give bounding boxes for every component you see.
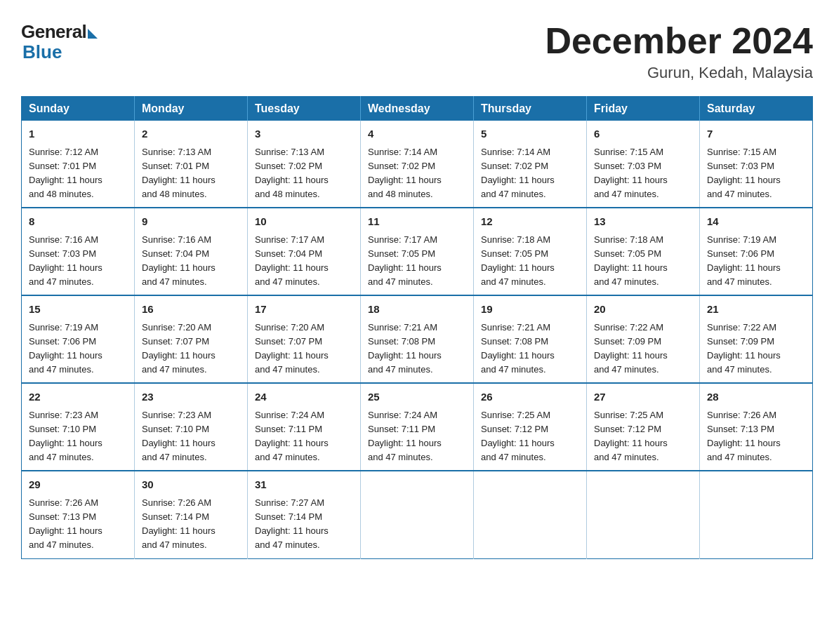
day-number: 26 — [481, 389, 579, 405]
day-number: 3 — [255, 126, 353, 142]
table-row: 14 Sunrise: 7:19 AMSunset: 7:06 PMDaylig… — [700, 208, 813, 295]
day-info: Sunrise: 7:20 AMSunset: 7:07 PMDaylight:… — [142, 322, 216, 375]
calendar-table: SundayMondayTuesdayWednesdayThursdayFrid… — [21, 96, 813, 558]
table-row: 4 Sunrise: 7:14 AMSunset: 7:02 PMDayligh… — [361, 121, 474, 208]
weekday-header-saturday: Saturday — [700, 97, 813, 121]
day-number: 22 — [29, 389, 127, 405]
day-info: Sunrise: 7:14 AMSunset: 7:02 PMDaylight:… — [368, 147, 442, 199]
table-row: 28 Sunrise: 7:26 AMSunset: 7:13 PMDaylig… — [700, 383, 813, 471]
day-number: 19 — [481, 302, 579, 318]
day-number: 24 — [255, 389, 353, 405]
day-info: Sunrise: 7:13 AMSunset: 7:01 PMDaylight:… — [142, 147, 216, 199]
table-row — [587, 471, 700, 558]
table-row — [361, 471, 474, 558]
logo-triangle-icon — [88, 29, 98, 39]
table-row: 27 Sunrise: 7:25 AMSunset: 7:12 PMDaylig… — [587, 383, 700, 471]
day-number: 10 — [255, 214, 353, 230]
day-info: Sunrise: 7:15 AMSunset: 7:03 PMDaylight:… — [594, 147, 668, 199]
day-info: Sunrise: 7:20 AMSunset: 7:07 PMDaylight:… — [255, 322, 329, 375]
table-row: 5 Sunrise: 7:14 AMSunset: 7:02 PMDayligh… — [474, 121, 587, 208]
table-row: 11 Sunrise: 7:17 AMSunset: 7:05 PMDaylig… — [361, 208, 474, 295]
day-number: 23 — [142, 389, 240, 405]
table-row: 24 Sunrise: 7:24 AMSunset: 7:11 PMDaylig… — [248, 383, 361, 471]
table-row: 29 Sunrise: 7:26 AMSunset: 7:13 PMDaylig… — [22, 471, 135, 558]
day-info: Sunrise: 7:17 AMSunset: 7:05 PMDaylight:… — [368, 234, 442, 287]
day-info: Sunrise: 7:13 AMSunset: 7:02 PMDaylight:… — [255, 147, 329, 199]
weekday-header-wednesday: Wednesday — [361, 97, 474, 121]
day-info: Sunrise: 7:15 AMSunset: 7:03 PMDaylight:… — [707, 147, 781, 199]
table-row: 30 Sunrise: 7:26 AMSunset: 7:14 PMDaylig… — [135, 471, 248, 558]
table-row — [700, 471, 813, 558]
table-row: 22 Sunrise: 7:23 AMSunset: 7:10 PMDaylig… — [22, 383, 135, 471]
table-row: 9 Sunrise: 7:16 AMSunset: 7:04 PMDayligh… — [135, 208, 248, 295]
day-number: 25 — [368, 389, 466, 405]
week-row-2: 8 Sunrise: 7:16 AMSunset: 7:03 PMDayligh… — [22, 208, 813, 295]
table-row: 17 Sunrise: 7:20 AMSunset: 7:07 PMDaylig… — [248, 295, 361, 383]
table-row: 31 Sunrise: 7:27 AMSunset: 7:14 PMDaylig… — [248, 471, 361, 558]
table-row — [474, 471, 587, 558]
day-number: 27 — [594, 389, 692, 405]
day-info: Sunrise: 7:23 AMSunset: 7:10 PMDaylight:… — [142, 410, 216, 462]
logo: General Blue — [21, 21, 98, 63]
day-info: Sunrise: 7:19 AMSunset: 7:06 PMDaylight:… — [707, 234, 781, 287]
table-row: 1 Sunrise: 7:12 AMSunset: 7:01 PMDayligh… — [22, 121, 135, 208]
month-year-title: December 2024 — [545, 21, 813, 61]
day-info: Sunrise: 7:22 AMSunset: 7:09 PMDaylight:… — [707, 322, 781, 375]
table-row: 12 Sunrise: 7:18 AMSunset: 7:05 PMDaylig… — [474, 208, 587, 295]
day-number: 1 — [29, 126, 127, 142]
logo-general-text: General — [21, 21, 86, 43]
table-row: 8 Sunrise: 7:16 AMSunset: 7:03 PMDayligh… — [22, 208, 135, 295]
table-row: 15 Sunrise: 7:19 AMSunset: 7:06 PMDaylig… — [22, 295, 135, 383]
day-info: Sunrise: 7:18 AMSunset: 7:05 PMDaylight:… — [594, 234, 668, 287]
logo-blue-text: Blue — [21, 41, 62, 63]
day-number: 17 — [255, 302, 353, 318]
day-number: 11 — [368, 214, 466, 230]
table-row: 2 Sunrise: 7:13 AMSunset: 7:01 PMDayligh… — [135, 121, 248, 208]
day-number: 18 — [368, 302, 466, 318]
table-row: 25 Sunrise: 7:24 AMSunset: 7:11 PMDaylig… — [361, 383, 474, 471]
day-info: Sunrise: 7:26 AMSunset: 7:14 PMDaylight:… — [142, 497, 216, 550]
table-row: 6 Sunrise: 7:15 AMSunset: 7:03 PMDayligh… — [587, 121, 700, 208]
day-info: Sunrise: 7:17 AMSunset: 7:04 PMDaylight:… — [255, 234, 329, 287]
table-row: 16 Sunrise: 7:20 AMSunset: 7:07 PMDaylig… — [135, 295, 248, 383]
day-info: Sunrise: 7:25 AMSunset: 7:12 PMDaylight:… — [481, 410, 555, 462]
table-row: 3 Sunrise: 7:13 AMSunset: 7:02 PMDayligh… — [248, 121, 361, 208]
day-number: 5 — [481, 126, 579, 142]
day-info: Sunrise: 7:25 AMSunset: 7:12 PMDaylight:… — [594, 410, 668, 462]
weekday-header-friday: Friday — [587, 97, 700, 121]
table-row: 13 Sunrise: 7:18 AMSunset: 7:05 PMDaylig… — [587, 208, 700, 295]
day-info: Sunrise: 7:16 AMSunset: 7:04 PMDaylight:… — [142, 234, 216, 287]
day-info: Sunrise: 7:19 AMSunset: 7:06 PMDaylight:… — [29, 322, 102, 375]
day-info: Sunrise: 7:16 AMSunset: 7:03 PMDaylight:… — [29, 234, 102, 287]
title-area: December 2024 Gurun, Kedah, Malaysia — [545, 21, 813, 82]
day-number: 21 — [707, 302, 805, 318]
day-info: Sunrise: 7:14 AMSunset: 7:02 PMDaylight:… — [481, 147, 555, 199]
day-number: 8 — [29, 214, 127, 230]
table-row: 18 Sunrise: 7:21 AMSunset: 7:08 PMDaylig… — [361, 295, 474, 383]
day-number: 20 — [594, 302, 692, 318]
day-number: 6 — [594, 126, 692, 142]
day-number: 7 — [707, 126, 805, 142]
day-info: Sunrise: 7:27 AMSunset: 7:14 PMDaylight:… — [255, 497, 329, 550]
table-row: 20 Sunrise: 7:22 AMSunset: 7:09 PMDaylig… — [587, 295, 700, 383]
day-number: 30 — [142, 477, 240, 493]
week-row-5: 29 Sunrise: 7:26 AMSunset: 7:13 PMDaylig… — [22, 471, 813, 558]
day-number: 14 — [707, 214, 805, 230]
table-row: 26 Sunrise: 7:25 AMSunset: 7:12 PMDaylig… — [474, 383, 587, 471]
day-info: Sunrise: 7:24 AMSunset: 7:11 PMDaylight:… — [255, 410, 329, 462]
day-number: 15 — [29, 302, 127, 318]
day-number: 13 — [594, 214, 692, 230]
week-row-1: 1 Sunrise: 7:12 AMSunset: 7:01 PMDayligh… — [22, 121, 813, 208]
day-info: Sunrise: 7:26 AMSunset: 7:13 PMDaylight:… — [29, 497, 102, 550]
day-number: 29 — [29, 477, 127, 493]
day-number: 2 — [142, 126, 240, 142]
table-row: 7 Sunrise: 7:15 AMSunset: 7:03 PMDayligh… — [700, 121, 813, 208]
weekday-header-monday: Monday — [135, 97, 248, 121]
table-row: 23 Sunrise: 7:23 AMSunset: 7:10 PMDaylig… — [135, 383, 248, 471]
weekday-header-row: SundayMondayTuesdayWednesdayThursdayFrid… — [22, 97, 813, 121]
table-row: 10 Sunrise: 7:17 AMSunset: 7:04 PMDaylig… — [248, 208, 361, 295]
week-row-4: 22 Sunrise: 7:23 AMSunset: 7:10 PMDaylig… — [22, 383, 813, 471]
table-row: 19 Sunrise: 7:21 AMSunset: 7:08 PMDaylig… — [474, 295, 587, 383]
weekday-header-thursday: Thursday — [474, 97, 587, 121]
day-number: 31 — [255, 477, 353, 493]
